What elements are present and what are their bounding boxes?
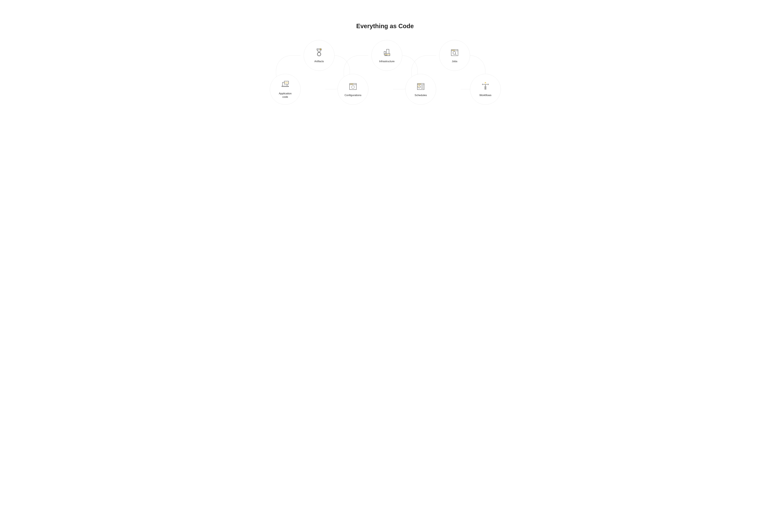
node-label: Infrastructure xyxy=(379,60,395,63)
svg-rect-0 xyxy=(282,86,288,87)
node-label: Workflows xyxy=(480,94,492,97)
artifacts-icon xyxy=(314,48,324,58)
configurations-icon xyxy=(348,82,358,91)
svg-rect-2 xyxy=(317,49,321,50)
schedules-icon xyxy=(416,82,426,91)
svg-rect-18 xyxy=(451,50,458,56)
node-label: Configurations xyxy=(344,94,361,97)
node-label: Artifacts xyxy=(314,60,324,63)
node-artifacts: Artifacts xyxy=(304,40,334,71)
svg-rect-14 xyxy=(417,83,424,90)
node-application-code: Applicationcode xyxy=(270,74,300,105)
node-label: Jobs xyxy=(452,60,458,63)
svg-point-21 xyxy=(453,52,456,54)
node-configurations: Configurations xyxy=(337,74,368,105)
infrastructure-icon xyxy=(382,48,392,58)
node-label: Applicationcode xyxy=(279,92,291,99)
application-code-icon xyxy=(280,80,290,90)
jobs-icon xyxy=(450,48,460,58)
diagram-title: Everything as Code xyxy=(267,23,503,30)
svg-point-4 xyxy=(317,52,321,56)
workflows-icon xyxy=(481,82,490,91)
node-infrastructure: Infrastructure xyxy=(371,40,402,71)
node-label: Schedules xyxy=(415,94,427,97)
node-jobs: Jobs xyxy=(439,40,470,71)
diagram-canvas: Everything as Code Applicationcode xyxy=(267,0,503,118)
node-workflows: Workflows xyxy=(470,74,501,105)
svg-rect-8 xyxy=(385,54,390,56)
node-schedules: Schedules xyxy=(405,74,436,105)
svg-point-13 xyxy=(389,55,389,55)
svg-line-22 xyxy=(456,54,457,55)
svg-rect-3 xyxy=(320,49,321,50)
